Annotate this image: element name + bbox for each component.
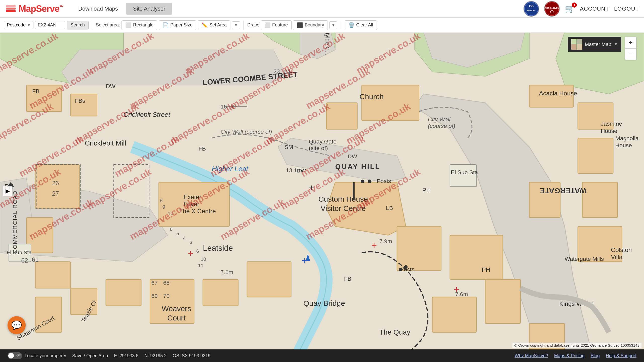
svg-rect-0 [6,10,16,12]
svg-text:7.6m: 7.6m [221,269,233,275]
svg-rect-22 [26,85,62,112]
svg-text:City Wall (course of): City Wall (course of) [221,128,272,135]
svg-rect-39 [106,279,141,306]
os-grid-coord: OS: SX 9193 9219 [173,353,210,358]
svg-text:6: 6 [170,227,173,232]
rectangle-button[interactable]: ⬜ Rectangle [122,20,157,30]
map-copyright: © Crown copyright and database rights 20… [512,343,641,348]
svg-text:70: 70 [163,293,170,299]
svg-rect-47 [485,279,520,323]
help-support-link[interactable]: Help & Support [606,353,636,358]
boundary-button[interactable]: ⬛ Boundary [293,20,328,30]
set-area-dropdown[interactable]: ▼ [232,21,240,29]
svg-text:11: 11 [198,263,203,268]
map-background: + + + + + LOWER COOMBE STREET Cricklepit… [0,33,644,349]
logout-link[interactable]: LOGOUT [614,6,639,12]
blog-link[interactable]: Blog [591,353,600,358]
postcode-input[interactable] [35,21,65,29]
nav-site-analyser[interactable]: Site Analyser [126,3,172,15]
svg-text:PH: PH [482,266,490,273]
svg-text:9: 9 [162,204,165,210]
svg-text:+: + [188,248,193,259]
svg-text:24: 24 [284,68,290,75]
partner-badge: O5 Partner [524,1,539,17]
zoom-in-button[interactable]: + [625,37,636,48]
svg-text:13.1m: 13.1m [286,167,302,173]
footer-links: Why MapServe? Maps & Pricing Blog Help &… [515,353,636,358]
map-container[interactable]: + + + + + LOWER COOMBE STREET Cricklepit… [0,33,644,349]
org-badge: ORD.SURVEY [544,1,560,17]
svg-text:26: 26 [52,180,59,187]
svg-text:Jasmine: Jasmine [601,120,622,127]
easting-coord: E: 291933.8 [114,353,138,358]
draw-label: Draw: [247,22,259,28]
svg-text:3: 3 [190,240,192,245]
svg-text:Court: Court [167,314,186,322]
svg-rect-147 [577,39,582,44]
set-area-button[interactable]: ✏️ Set Area [198,20,230,30]
svg-text:Custom House: Custom House [318,195,368,203]
cart-icon[interactable]: 🛒 1 [565,4,575,14]
svg-text:10: 10 [168,210,173,216]
logo-text: MapServe™ [19,4,64,14]
svg-rect-24 [362,85,419,120]
chat-button[interactable]: 💬 [8,316,26,334]
toggle-knob [8,353,14,358]
svg-rect-43 [247,262,291,297]
postcode-dropdown[interactable]: Postcode ▼ [4,21,33,29]
map-type-thumbnail [571,39,582,50]
save-open-area-text[interactable]: Save / Open Area [72,353,108,358]
postcode-label: Postcode [7,22,26,28]
nav-download-maps[interactable]: Download Maps [71,3,125,15]
boundary-dropdown-arrow: ▼ [332,23,335,27]
account-link[interactable]: ACCOUNT [580,6,609,12]
pan-button[interactable]: ▶ [3,186,13,196]
svg-text:Leatside: Leatside [203,243,233,252]
svg-text:23: 23 [273,68,280,75]
set-area-label: Set Area [209,22,227,28]
svg-text:FB: FB [198,145,206,152]
svg-text:(course of): (course of) [428,123,455,129]
svg-text:68: 68 [163,279,170,286]
maps-pricing-link[interactable]: Maps & Pricing [554,353,585,358]
svg-text:Magnolia: Magnolia [615,135,639,141]
svg-rect-145 [577,44,582,50]
locate-property-text: Locate your property [25,353,66,358]
search-button[interactable]: Search [67,21,89,29]
svg-rect-45 [450,235,503,279]
locate-toggle-group: Off Locate your property [8,352,66,359]
map-type-dropdown-arrow: ▼ [614,42,618,47]
svg-rect-25 [327,103,357,129]
toolbar: Postcode ▼ Search Select area: ⬜ Rectang… [0,18,644,33]
svg-text:House: House [601,128,617,134]
svg-text:Villa: Villa [611,254,622,260]
svg-text:Visitor Centre: Visitor Centre [320,204,366,212]
easting-value: 291933.8 [119,353,138,358]
svg-rect-49 [450,165,476,187]
paper-size-button[interactable]: 📄 Paper Size [159,20,196,30]
set-area-icon: ✏️ [202,22,208,28]
map-type-selector[interactable]: Master Map ▼ [568,37,621,52]
zoom-out-button[interactable]: − [625,48,636,60]
svg-point-56 [361,179,364,183]
northing-label: N: [144,353,149,358]
locate-toggle[interactable]: Off [8,352,22,359]
svg-text:FBs: FBs [75,97,85,104]
postcode-group: Postcode ▼ Search [4,21,89,29]
svg-text:Posts: Posts [377,178,391,184]
feature-button[interactable]: ⬜ Feature [261,20,292,30]
svg-text:Acacia House: Acacia House [539,90,577,97]
postcode-dropdown-arrow: ▼ [27,23,31,27]
boundary-dropdown[interactable]: ▼ [329,21,337,29]
svg-text:4: 4 [183,235,186,241]
svg-text:FB: FB [344,275,351,282]
svg-text:62: 62 [21,257,28,264]
svg-text:Higher Leat: Higher Leat [212,165,249,173]
svg-text:27: 27 [52,190,59,197]
svg-text:Quay Bridge: Quay Bridge [303,299,345,307]
svg-text:PH: PH [422,187,431,194]
select-area-label: Select area: [96,22,120,28]
svg-text:SM: SM [285,144,293,150]
why-mapserve-link[interactable]: Why MapServe? [515,353,548,358]
clear-all-button[interactable]: 🗑️ Clear All [345,20,377,30]
